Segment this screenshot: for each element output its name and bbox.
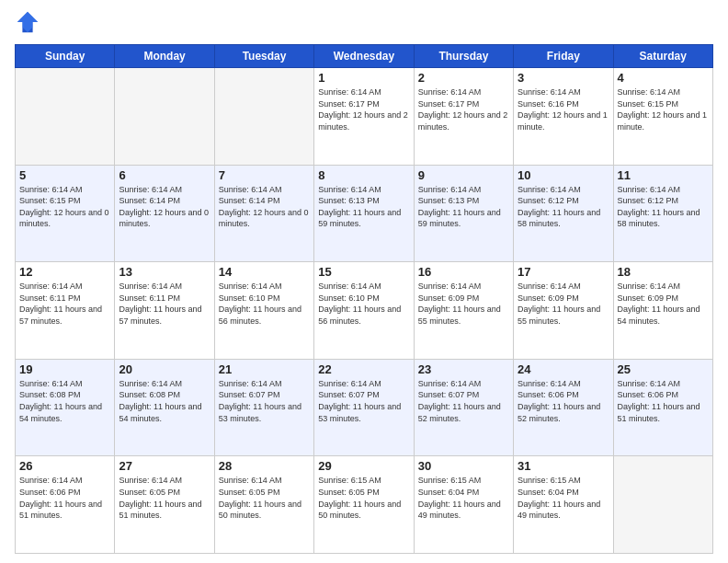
- calendar-cell: 15Sunrise: 6:14 AM Sunset: 6:10 PM Dayli…: [314, 262, 414, 360]
- calendar-cell: 2Sunrise: 6:14 AM Sunset: 6:17 PM Daylig…: [414, 68, 513, 166]
- day-info: Sunrise: 6:15 AM Sunset: 6:04 PM Dayligh…: [418, 475, 509, 521]
- calendar-cell: 26Sunrise: 6:14 AM Sunset: 6:06 PM Dayli…: [16, 456, 115, 554]
- calendar-cell: 21Sunrise: 6:14 AM Sunset: 6:07 PM Dayli…: [214, 359, 313, 456]
- day-number: 25: [618, 362, 709, 376]
- calendar-cell: 11Sunrise: 6:14 AM Sunset: 6:12 PM Dayli…: [613, 165, 712, 262]
- calendar-cell: 27Sunrise: 6:14 AM Sunset: 6:05 PM Dayli…: [115, 456, 214, 554]
- calendar-cell: 3Sunrise: 6:14 AM Sunset: 6:16 PM Daylig…: [514, 68, 613, 166]
- day-info: Sunrise: 6:14 AM Sunset: 6:07 PM Dayligh…: [219, 378, 310, 424]
- day-number: 20: [119, 362, 210, 376]
- calendar-cell: 14Sunrise: 6:14 AM Sunset: 6:10 PM Dayli…: [214, 262, 313, 360]
- calendar-week-row: 1Sunrise: 6:14 AM Sunset: 6:17 PM Daylig…: [16, 68, 713, 166]
- day-number: 28: [219, 459, 310, 473]
- day-number: 31: [518, 459, 609, 473]
- calendar-cell: 13Sunrise: 6:14 AM Sunset: 6:11 PM Dayli…: [115, 262, 214, 360]
- calendar-header-wednesday: Wednesday: [314, 45, 414, 68]
- day-number: 9: [418, 168, 509, 182]
- day-number: 7: [219, 168, 310, 182]
- day-info: Sunrise: 6:14 AM Sunset: 6:07 PM Dayligh…: [318, 378, 409, 424]
- day-number: 18: [618, 265, 709, 279]
- day-number: 17: [518, 265, 609, 279]
- day-number: 27: [119, 459, 210, 473]
- day-number: 5: [19, 168, 110, 182]
- calendar-cell: 5Sunrise: 6:14 AM Sunset: 6:15 PM Daylig…: [16, 165, 115, 262]
- day-info: Sunrise: 6:14 AM Sunset: 6:11 PM Dayligh…: [119, 281, 210, 327]
- day-info: Sunrise: 6:14 AM Sunset: 6:09 PM Dayligh…: [618, 281, 709, 327]
- calendar-cell: 20Sunrise: 6:14 AM Sunset: 6:08 PM Dayli…: [115, 359, 214, 456]
- day-info: Sunrise: 6:14 AM Sunset: 6:17 PM Dayligh…: [418, 86, 509, 132]
- calendar-cell: 19Sunrise: 6:14 AM Sunset: 6:08 PM Dayli…: [16, 359, 115, 456]
- day-number: 10: [518, 168, 609, 182]
- day-info: Sunrise: 6:14 AM Sunset: 6:15 PM Dayligh…: [19, 184, 110, 230]
- day-info: Sunrise: 6:14 AM Sunset: 6:16 PM Dayligh…: [518, 86, 609, 132]
- calendar-header-saturday: Saturday: [613, 45, 712, 68]
- calendar-week-row: 26Sunrise: 6:14 AM Sunset: 6:06 PM Dayli…: [16, 456, 713, 554]
- calendar-cell: 30Sunrise: 6:15 AM Sunset: 6:04 PM Dayli…: [414, 456, 513, 554]
- calendar-cell: 4Sunrise: 6:14 AM Sunset: 6:15 PM Daylig…: [613, 68, 712, 166]
- calendar-cell: 6Sunrise: 6:14 AM Sunset: 6:14 PM Daylig…: [115, 165, 214, 262]
- calendar-week-row: 12Sunrise: 6:14 AM Sunset: 6:11 PM Dayli…: [16, 262, 713, 360]
- day-info: Sunrise: 6:14 AM Sunset: 6:07 PM Dayligh…: [418, 378, 509, 424]
- day-info: Sunrise: 6:14 AM Sunset: 6:05 PM Dayligh…: [119, 475, 210, 521]
- calendar-cell: 28Sunrise: 6:14 AM Sunset: 6:05 PM Dayli…: [214, 456, 313, 554]
- calendar-cell: 10Sunrise: 6:14 AM Sunset: 6:12 PM Dayli…: [514, 165, 613, 262]
- day-info: Sunrise: 6:14 AM Sunset: 6:12 PM Dayligh…: [618, 184, 709, 230]
- day-info: Sunrise: 6:14 AM Sunset: 6:08 PM Dayligh…: [19, 378, 110, 424]
- calendar-cell: 18Sunrise: 6:14 AM Sunset: 6:09 PM Dayli…: [613, 262, 712, 360]
- calendar-week-row: 5Sunrise: 6:14 AM Sunset: 6:15 PM Daylig…: [16, 165, 713, 262]
- calendar-cell: [214, 68, 313, 166]
- day-info: Sunrise: 6:14 AM Sunset: 6:14 PM Dayligh…: [219, 184, 310, 230]
- day-number: 24: [518, 362, 609, 376]
- calendar-header-tuesday: Tuesday: [214, 45, 313, 68]
- day-number: 16: [418, 265, 509, 279]
- calendar-cell: 22Sunrise: 6:14 AM Sunset: 6:07 PM Dayli…: [314, 359, 414, 456]
- calendar-cell: 17Sunrise: 6:14 AM Sunset: 6:09 PM Dayli…: [514, 262, 613, 360]
- day-info: Sunrise: 6:15 AM Sunset: 6:05 PM Dayligh…: [318, 475, 409, 521]
- day-info: Sunrise: 6:14 AM Sunset: 6:10 PM Dayligh…: [219, 281, 310, 327]
- calendar-cell: 31Sunrise: 6:15 AM Sunset: 6:04 PM Dayli…: [514, 456, 613, 554]
- day-info: Sunrise: 6:14 AM Sunset: 6:08 PM Dayligh…: [119, 378, 210, 424]
- calendar-cell: 9Sunrise: 6:14 AM Sunset: 6:13 PM Daylig…: [414, 165, 513, 262]
- logo: [15, 9, 44, 37]
- calendar-week-row: 19Sunrise: 6:14 AM Sunset: 6:08 PM Dayli…: [16, 359, 713, 456]
- page: SundayMondayTuesdayWednesdayThursdayFrid…: [0, 0, 728, 563]
- calendar-header-monday: Monday: [115, 45, 214, 68]
- day-number: 2: [418, 71, 509, 85]
- day-number: 14: [219, 265, 310, 279]
- day-number: 8: [318, 168, 409, 182]
- day-number: 30: [418, 459, 509, 473]
- day-number: 1: [318, 71, 409, 85]
- day-info: Sunrise: 6:14 AM Sunset: 6:05 PM Dayligh…: [219, 475, 310, 521]
- calendar-header-thursday: Thursday: [414, 45, 513, 68]
- calendar-cell: 23Sunrise: 6:14 AM Sunset: 6:07 PM Dayli…: [414, 359, 513, 456]
- calendar-cell: 24Sunrise: 6:14 AM Sunset: 6:06 PM Dayli…: [514, 359, 613, 456]
- calendar-cell: 7Sunrise: 6:14 AM Sunset: 6:14 PM Daylig…: [214, 165, 313, 262]
- svg-marker-1: [17, 12, 38, 32]
- calendar-cell: [115, 68, 214, 166]
- day-number: 13: [119, 265, 210, 279]
- day-info: Sunrise: 6:14 AM Sunset: 6:09 PM Dayligh…: [418, 281, 509, 327]
- day-number: 4: [618, 71, 709, 85]
- day-info: Sunrise: 6:15 AM Sunset: 6:04 PM Dayligh…: [518, 475, 609, 521]
- day-info: Sunrise: 6:14 AM Sunset: 6:06 PM Dayligh…: [19, 475, 110, 521]
- day-info: Sunrise: 6:14 AM Sunset: 6:15 PM Dayligh…: [618, 86, 709, 132]
- calendar-header-row: SundayMondayTuesdayWednesdayThursdayFrid…: [16, 45, 713, 68]
- calendar-cell: 12Sunrise: 6:14 AM Sunset: 6:11 PM Dayli…: [16, 262, 115, 360]
- day-number: 3: [518, 71, 609, 85]
- day-info: Sunrise: 6:14 AM Sunset: 6:11 PM Dayligh…: [19, 281, 110, 327]
- calendar-cell: 25Sunrise: 6:14 AM Sunset: 6:06 PM Dayli…: [613, 359, 712, 456]
- day-number: 29: [318, 459, 409, 473]
- day-number: 21: [219, 362, 310, 376]
- day-number: 22: [318, 362, 409, 376]
- day-number: 23: [418, 362, 509, 376]
- calendar-cell: 1Sunrise: 6:14 AM Sunset: 6:17 PM Daylig…: [314, 68, 414, 166]
- calendar-table: SundayMondayTuesdayWednesdayThursdayFrid…: [15, 44, 713, 554]
- logo-icon: [15, 9, 40, 35]
- day-number: 6: [119, 168, 210, 182]
- day-number: 15: [318, 265, 409, 279]
- day-info: Sunrise: 6:14 AM Sunset: 6:17 PM Dayligh…: [318, 86, 409, 132]
- day-info: Sunrise: 6:14 AM Sunset: 6:12 PM Dayligh…: [518, 184, 609, 230]
- day-info: Sunrise: 6:14 AM Sunset: 6:10 PM Dayligh…: [318, 281, 409, 327]
- day-info: Sunrise: 6:14 AM Sunset: 6:13 PM Dayligh…: [418, 184, 509, 230]
- day-number: 12: [19, 265, 110, 279]
